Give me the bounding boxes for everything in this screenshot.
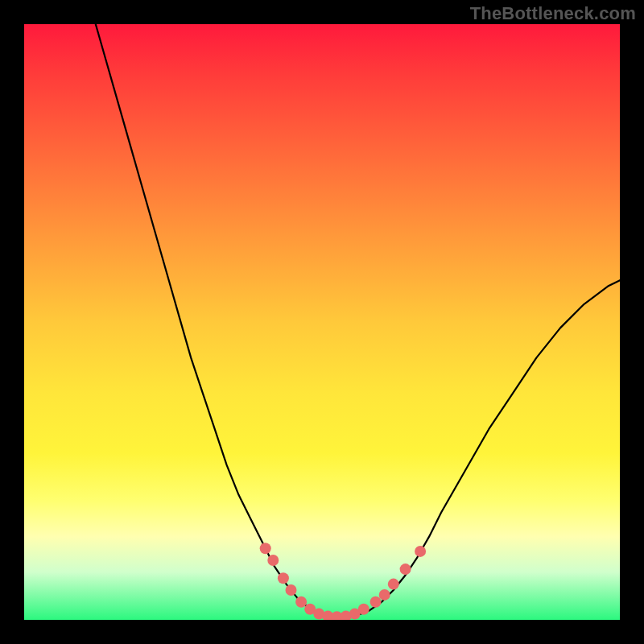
curve-marker <box>415 546 426 557</box>
curve-marker <box>370 597 382 608</box>
plot-area <box>24 24 620 620</box>
watermark-text: TheBottleneck.com <box>470 3 636 24</box>
curve-marker <box>349 609 361 620</box>
curve-marker <box>267 555 279 566</box>
curve-marker <box>322 611 333 620</box>
curve-marker <box>332 611 343 620</box>
curve-marker <box>260 543 271 554</box>
curve-marker <box>379 589 390 601</box>
curve-marker <box>388 579 399 590</box>
curve-marker <box>358 604 369 615</box>
curve-marker <box>400 564 411 575</box>
curve-marker <box>304 604 316 615</box>
curve-marker <box>286 584 297 596</box>
bottleneck-curve <box>96 24 620 617</box>
curve-marker <box>295 597 307 608</box>
curve-marker <box>278 572 289 584</box>
curve-svg <box>24 24 620 620</box>
curve-markers <box>260 543 426 620</box>
chart-frame: TheBottleneck.com <box>0 0 644 644</box>
curve-marker <box>313 609 324 620</box>
curve-marker <box>341 611 352 620</box>
